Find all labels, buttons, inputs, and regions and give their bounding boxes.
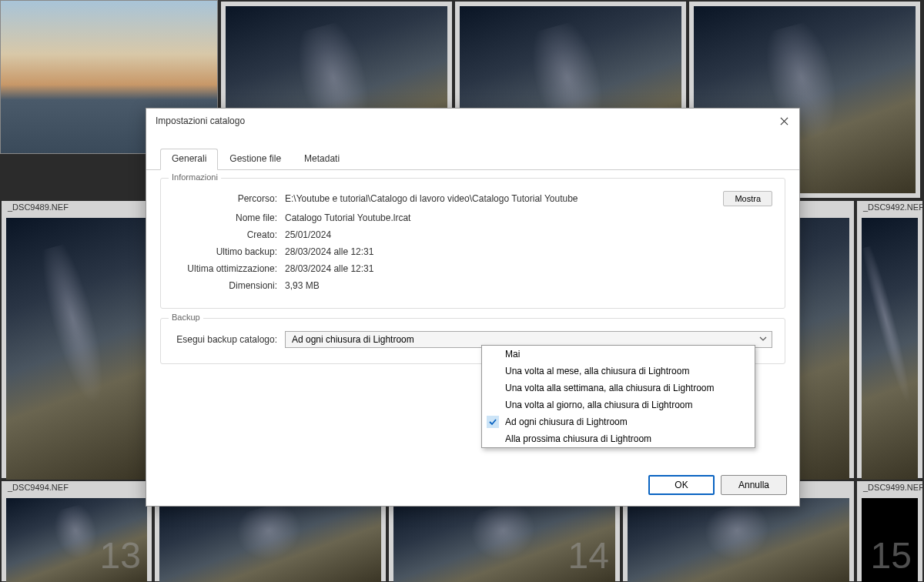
- information-legend: Informazioni: [169, 172, 221, 182]
- dropdown-option-monthly[interactable]: Una volta al mese, alla chiusura di Ligh…: [482, 363, 755, 380]
- thumb-filename: _DSC9489.NEF: [8, 202, 69, 212]
- dropdown-option-weekly[interactable]: Una volta alla settimana, alla chiusura …: [482, 380, 755, 396]
- dialog-title: Impostazioni catalogo: [156, 115, 245, 126]
- combo-selected-text: Ad ogni chiusura di Lightroom: [292, 334, 414, 345]
- dialog-titlebar: Impostazioni catalogo: [146, 109, 799, 133]
- thumb-filename: _DSC9494.NEF: [8, 483, 69, 492]
- tab-general[interactable]: Generali: [160, 149, 218, 170]
- last-backup-value: 28/03/2024 alle 12:31: [285, 246, 772, 257]
- backup-schedule-dropdown: Mai Una volta al mese, alla chiusura di …: [481, 345, 755, 448]
- thumb-filename: _DSC9499.NEF: [863, 483, 924, 492]
- tab-metadata[interactable]: Metadati: [293, 149, 351, 169]
- path-value: E:\Youtube e tutorial\Catalogo di lavoro…: [285, 193, 723, 204]
- dropdown-option-every-close[interactable]: Ad ogni chiusura di Lightroom: [482, 413, 755, 430]
- size-value: 3,93 MB: [285, 280, 772, 291]
- filename-value: Catalogo Tutorial Youtube.lrcat: [285, 212, 772, 223]
- dialog-button-row: OK Annulla: [146, 467, 799, 506]
- last-backup-label: Ultimo backup:: [173, 246, 277, 257]
- backup-schedule-label: Esegui backup catalogo:: [173, 334, 277, 345]
- last-optimize-value: 28/03/2024 alle 12:31: [285, 263, 772, 274]
- tab-strip: Generali Gestione file Metadati: [146, 149, 799, 170]
- close-icon[interactable]: [778, 115, 790, 127]
- filename-label: Nome file:: [173, 212, 277, 223]
- created-value: 25/01/2024: [285, 229, 772, 240]
- last-optimize-label: Ultima ottimizzazione:: [173, 263, 277, 274]
- ok-button[interactable]: OK: [648, 475, 715, 495]
- backup-legend: Backup: [169, 313, 203, 322]
- created-label: Creato:: [173, 229, 277, 240]
- check-icon: [487, 416, 499, 428]
- path-label: Percorso:: [173, 193, 277, 204]
- tab-file-handling[interactable]: Gestione file: [218, 149, 293, 169]
- information-fieldset: Informazioni Percorso: E:\Youtube e tuto…: [160, 178, 785, 309]
- show-button[interactable]: Mostra: [723, 191, 772, 206]
- chevron-down-icon: [759, 334, 767, 345]
- dropdown-option-never[interactable]: Mai: [482, 346, 755, 363]
- size-label: Dimensioni:: [173, 280, 277, 291]
- thumb-filename: _DSC9492.NEF: [863, 202, 924, 212]
- dropdown-option-next-close[interactable]: Alla prossima chiusura di Lightroom: [482, 430, 755, 447]
- dropdown-option-daily[interactable]: Una volta al giorno, alla chiusura di Li…: [482, 396, 755, 413]
- cancel-button[interactable]: Annulla: [721, 475, 787, 495]
